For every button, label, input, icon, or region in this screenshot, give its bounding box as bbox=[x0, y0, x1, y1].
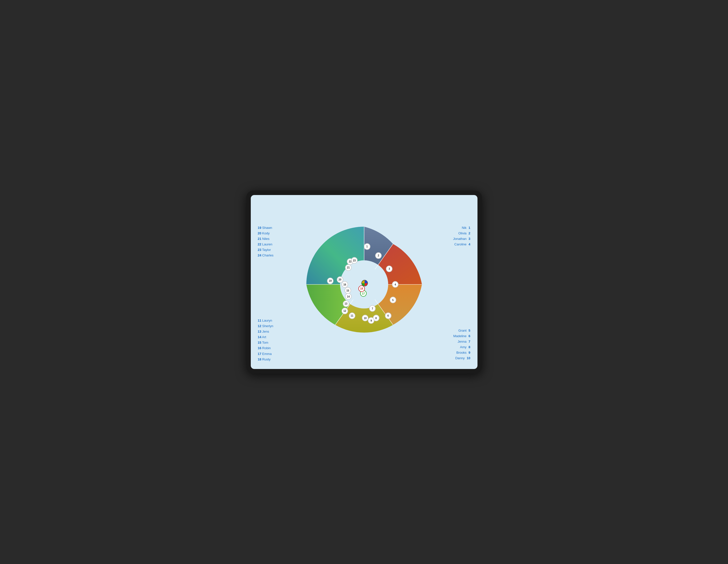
legend-item: Olivia2 bbox=[453, 231, 470, 236]
legend-item: 15 Tom bbox=[258, 340, 273, 345]
badge-5: 5 bbox=[390, 297, 396, 303]
legend-item: 16 Robin bbox=[258, 345, 273, 351]
badge-2: 2 bbox=[375, 252, 382, 259]
legend-item: 12 Sherlyn bbox=[258, 323, 273, 329]
legend-item: Grant5 bbox=[453, 328, 470, 333]
legend-right-top: Nik1Olivia2Jonathan3Caroline4 bbox=[453, 225, 470, 247]
page-title bbox=[251, 195, 477, 200]
screen: 19 Shawn20 Kody21 Niles22 Lauren23 Taylo… bbox=[251, 195, 477, 369]
badge-10: 10 bbox=[362, 315, 368, 321]
legend-item: 23 Taylor bbox=[258, 247, 274, 253]
legend-left-bottom: 11 Lauryn12 Sherlyn13 Jens14 Art15 Tom16… bbox=[258, 318, 273, 362]
badge-21: 21 bbox=[345, 264, 352, 271]
badge-7: 7 bbox=[369, 305, 376, 312]
legend-item: 14 Art bbox=[258, 334, 273, 340]
legend-item: Jenna7 bbox=[453, 339, 470, 344]
badge-15: 15 bbox=[345, 287, 351, 294]
badge-9: 9 bbox=[368, 317, 374, 324]
badge-20: 20 bbox=[337, 276, 343, 283]
badge-13: 13 bbox=[343, 300, 349, 307]
wheel-container: 1234567891011121314151619202122231718 bbox=[304, 224, 424, 345]
badge-23: 23 bbox=[351, 257, 358, 264]
badge-11: 11 bbox=[349, 312, 355, 319]
badge-14: 14 bbox=[345, 293, 352, 300]
badge-6: 6 bbox=[385, 312, 391, 319]
legend-item: 24 Charles bbox=[258, 253, 274, 258]
legend-item: Nik1 bbox=[453, 225, 470, 231]
legend-item: Caroline4 bbox=[453, 242, 470, 247]
badge-16: 16 bbox=[342, 281, 348, 288]
legend-item: Danny10 bbox=[453, 355, 470, 361]
legend-item: 20 Kody bbox=[258, 231, 274, 236]
badge-19: 19 bbox=[327, 278, 334, 284]
legend-item: 11 Lauryn bbox=[258, 318, 273, 323]
legend-item: 18 Rusty bbox=[258, 357, 273, 362]
legend-item: 17 Emma bbox=[258, 351, 273, 357]
legend-item: Madeline6 bbox=[453, 333, 470, 339]
legend-item: 22 Lauren bbox=[258, 242, 274, 247]
badge-1: 1 bbox=[364, 243, 370, 250]
device-frame: 19 Shawn20 Kody21 Niles22 Lauren23 Taylo… bbox=[246, 191, 482, 373]
legend-item: Jonathan3 bbox=[453, 236, 470, 242]
badge-3: 3 bbox=[386, 266, 392, 272]
legend-right-bottom: Grant5Madeline6Jenna7Amy8Brooks9Danny10 bbox=[453, 328, 470, 361]
badge-4: 4 bbox=[392, 281, 398, 288]
legend-item: 19 Shawn bbox=[258, 225, 274, 231]
legend-item: 13 Jens bbox=[258, 329, 273, 334]
badge-12: 12 bbox=[342, 307, 348, 314]
badge-cluster bbox=[361, 280, 368, 286]
legend-item: 21 Niles bbox=[258, 236, 274, 242]
legend-left-top: 19 Shawn20 Kody21 Niles22 Lauren23 Taylo… bbox=[258, 225, 274, 259]
legend-item: Brooks9 bbox=[453, 350, 470, 355]
legend-item: Amy8 bbox=[453, 344, 470, 350]
